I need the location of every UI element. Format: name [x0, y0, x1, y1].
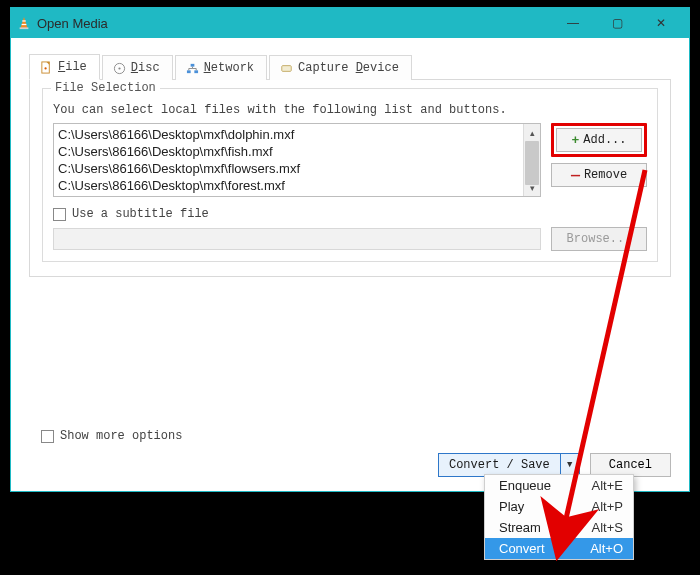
client-area: File Disc Network Capture Device File Se…	[11, 38, 689, 491]
scroll-thumb[interactable]	[525, 141, 539, 185]
svg-rect-10	[194, 70, 198, 73]
more-options-label: Show more options	[60, 429, 182, 443]
open-media-window: Open Media — ▢ ✕ File Disc Network Captu…	[10, 7, 690, 492]
tab-label: Disc	[131, 61, 160, 75]
convert-save-dropdown-icon[interactable]: ▼	[561, 454, 579, 476]
minus-icon: —	[571, 171, 580, 180]
group-title: File Selection	[51, 81, 160, 95]
titlebar[interactable]: Open Media — ▢ ✕	[11, 8, 689, 38]
file-selection-group: File Selection You can select local file…	[42, 88, 658, 262]
maximize-button[interactable]: ▢	[595, 10, 639, 36]
tab-network[interactable]: Network	[175, 55, 267, 80]
svg-rect-9	[187, 70, 191, 73]
list-item[interactable]: C:\Users\86166\Desktop\mxf\flowsers.mxf	[58, 160, 519, 177]
svg-point-8	[118, 67, 120, 69]
remove-button[interactable]: — Remove	[551, 163, 647, 187]
file-panel: File Selection You can select local file…	[29, 80, 671, 277]
list-item[interactable]: C:\Users\86166\Desktop\mxf\fish.mxf	[58, 143, 519, 160]
scrollbar[interactable]: ▴ ▾	[523, 124, 540, 196]
disc-icon	[113, 62, 126, 75]
tab-capture-device[interactable]: Capture Device	[269, 55, 412, 80]
list-item[interactable]: C:\Users\86166\Desktop\mxf\forest.mxf	[58, 177, 519, 194]
svg-marker-0	[21, 17, 28, 28]
group-description: You can select local files with the foll…	[53, 103, 647, 117]
menu-item-convert[interactable]: ConvertAlt+O	[485, 538, 633, 559]
list-item[interactable]: C:\Users\86166\Desktop\mxf\dolphin.mxf	[58, 126, 519, 143]
vlc-cone-icon	[17, 16, 31, 30]
tab-label: Network	[204, 61, 254, 75]
more-options-checkbox[interactable]	[41, 430, 54, 443]
scroll-track[interactable]	[524, 141, 540, 179]
plus-icon: +	[571, 134, 579, 147]
capture-device-icon	[280, 62, 293, 75]
svg-rect-2	[22, 20, 26, 21]
scroll-up-icon[interactable]: ▴	[524, 124, 540, 141]
subtitle-path-input	[53, 228, 541, 250]
tab-file[interactable]: File	[29, 54, 100, 80]
svg-rect-13	[282, 65, 291, 71]
menu-item-play[interactable]: PlayAlt+P	[485, 496, 633, 517]
menu-item-enqueue[interactable]: EnqueueAlt+E	[485, 475, 633, 496]
file-icon	[40, 61, 53, 74]
tab-label: File	[58, 60, 87, 74]
add-button-highlight: + Add...	[551, 123, 647, 157]
menu-item-stream[interactable]: StreamAlt+S	[485, 517, 633, 538]
svg-rect-11	[190, 63, 194, 66]
svg-point-6	[44, 67, 46, 69]
close-button[interactable]: ✕	[639, 10, 683, 36]
subtitle-checkbox[interactable]	[53, 208, 66, 221]
minimize-button[interactable]: —	[551, 10, 595, 36]
subtitle-checkbox-label: Use a subtitle file	[72, 207, 209, 221]
file-list[interactable]: C:\Users\86166\Desktop\mxf\dolphin.mxf C…	[53, 123, 541, 197]
tab-label: Capture Device	[298, 61, 399, 75]
add-button[interactable]: + Add...	[556, 128, 642, 152]
browse-button: Browse...	[551, 227, 647, 251]
window-title: Open Media	[37, 16, 108, 31]
tab-disc[interactable]: Disc	[102, 55, 173, 80]
tabs: File Disc Network Capture Device	[29, 50, 671, 80]
svg-rect-1	[20, 27, 29, 29]
svg-rect-3	[22, 24, 27, 25]
network-icon	[186, 62, 199, 75]
convert-save-menu: EnqueueAlt+E PlayAlt+P StreamAlt+S Conve…	[484, 474, 634, 560]
